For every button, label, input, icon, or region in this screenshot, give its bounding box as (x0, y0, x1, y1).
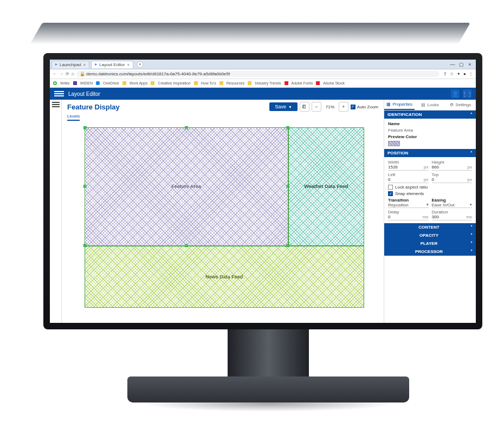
profile-icon[interactable]: ● (463, 72, 466, 76)
resize-handle[interactable] (286, 126, 289, 129)
section-player-header[interactable]: PLAYER ˅ (384, 239, 476, 248)
user-icon[interactable]: 👤 (451, 89, 460, 98)
region-label: Weather Data Feed (304, 184, 348, 189)
zoom-in-button[interactable]: + (339, 102, 348, 112)
new-tab-button[interactable]: + (137, 61, 143, 68)
region-feature[interactable]: Feature Area (85, 127, 288, 245)
bookmark-adobestock[interactable]: Adobe Stock (323, 81, 345, 85)
gear-icon: ⚙ (450, 102, 454, 107)
checkbox-label: Lock aspect ratio (395, 185, 428, 190)
extensions-icon[interactable]: ✦ (457, 72, 461, 76)
bookmark-icon (73, 81, 77, 85)
monitor-base (127, 376, 409, 402)
close-icon[interactable]: × (83, 62, 86, 67)
forward-icon[interactable]: → (59, 72, 63, 76)
back-icon[interactable]: ← (53, 72, 57, 76)
section-title: PLAYER (421, 241, 438, 246)
height-label: Height (432, 160, 473, 165)
easing-select[interactable]: Ease In/Out▾ (432, 203, 473, 208)
close-icon[interactable]: × (127, 62, 130, 67)
page-title: Feature Display (67, 103, 120, 111)
list-icon[interactable] (52, 102, 60, 108)
transition-label: Transition (388, 198, 429, 203)
width-label: Width (388, 160, 429, 165)
transition-select[interactable]: Reposition▾ (388, 203, 429, 208)
resize-handle[interactable] (185, 244, 188, 247)
auto-zoom-toggle[interactable]: ✓ Auto Zoom (351, 105, 378, 109)
hamburger-icon[interactable] (54, 89, 64, 98)
section-position-body: Width 1528 px Height 860 px (384, 157, 476, 223)
checkbox-icon (388, 185, 393, 190)
chevron-down-icon: ˅ (470, 241, 473, 246)
left-input[interactable]: 0 px (388, 177, 429, 183)
preview-color-swatch[interactable] (388, 141, 400, 146)
properties-icon: ▦ (386, 102, 391, 107)
home-icon[interactable]: ⌂ (72, 72, 74, 76)
height-input[interactable]: 860 px (432, 165, 473, 171)
delay-input[interactable]: 0 ms (388, 215, 429, 220)
reload-icon[interactable]: ⟳ (66, 72, 69, 76)
lock-icon: 🔒 (80, 72, 85, 76)
resize-handle[interactable] (185, 126, 188, 129)
section-identification-header[interactable]: IDENTIFICATION ˄ (384, 111, 476, 119)
menu-icon[interactable]: ⋮ (469, 72, 473, 76)
save-button[interactable]: Save ▼ (269, 102, 297, 111)
section-position-header[interactable]: POSITION ˄ (384, 149, 476, 157)
subtab-levels[interactable]: Levels (67, 114, 80, 121)
zoom-out-button[interactable]: − (312, 102, 321, 112)
bookmark-trends[interactable]: Industry Trends (255, 81, 281, 85)
chevron-down-icon: ˅ (470, 249, 473, 254)
duration-input[interactable]: 300 ms (432, 215, 473, 220)
tab-properties[interactable]: ▦ Properties (384, 100, 415, 110)
region-news[interactable]: News Data Feed (85, 246, 365, 308)
left-rail (50, 100, 62, 323)
section-title: CONTENT (418, 225, 440, 230)
section-opacity-header[interactable]: OPACITY ˅ (384, 231, 476, 239)
bookmark-creative[interactable]: Creative Inspiration (158, 81, 190, 85)
browser-actions: ⇪ ☆ ✦ ● ⋮ (442, 72, 473, 76)
resize-handle[interactable] (83, 126, 87, 129)
calendar-icon[interactable]: 🗓 (300, 102, 309, 112)
close-window-icon[interactable]: × (466, 62, 474, 67)
resize-handle[interactable] (286, 244, 289, 247)
top-input[interactable]: 0 px (432, 177, 473, 183)
bookmark-icon (53, 81, 57, 85)
lock-aspect-checkbox[interactable]: Lock aspect ratio (388, 185, 472, 190)
width-input[interactable]: 1528 px (388, 165, 429, 171)
snap-elements-checkbox[interactable]: ✓ Snap elements (388, 191, 472, 196)
name-label: Name (388, 121, 472, 126)
bookmark-resources[interactable]: Resources (227, 81, 244, 85)
bookmark-widen[interactable]: WIDEN (80, 81, 93, 85)
minimize-icon[interactable]: — (449, 62, 456, 67)
checkbox-checked-icon: ✓ (388, 191, 393, 196)
share-icon[interactable]: ⇪ (443, 72, 447, 76)
section-title: POSITION (387, 151, 408, 155)
bookmark-icon (96, 81, 100, 85)
monitor-neck (228, 325, 309, 385)
top-label: Top (432, 172, 473, 177)
chevron-down-icon: ▼ (288, 105, 292, 109)
bookmark-workapps[interactable]: Work Apps (130, 81, 148, 85)
tab-looks[interactable]: ▤ Looks (415, 100, 445, 110)
resize-handle[interactable] (83, 244, 87, 247)
resize-handle[interactable] (83, 185, 87, 188)
star-icon[interactable]: ☆ (450, 72, 454, 76)
browser-tab-layout-editor[interactable]: Layout Editor × (91, 61, 133, 68)
section-content-header[interactable]: CONTENT ˅ (384, 223, 476, 231)
bookmark-wrike[interactable]: Wrike (60, 81, 70, 85)
section-title: OPACITY (419, 233, 438, 238)
layout-canvas[interactable]: News Data Feed Weather Data Feed Feature… (67, 124, 378, 317)
maximize-icon[interactable]: ▢ (457, 62, 465, 67)
resize-handle[interactable] (286, 185, 289, 188)
section-processor-header[interactable]: PROCESSOR ˅ (384, 248, 476, 256)
bookmark-onedrive[interactable]: OneDrive (103, 81, 119, 85)
region-weather[interactable]: Weather Data Feed (288, 127, 365, 245)
address-bar[interactable]: 🔒 demo.daktronics.com/layouts/edit/d8181… (76, 71, 440, 77)
tab-settings[interactable]: ⚙ Settings (445, 100, 476, 110)
bookmark-howtos[interactable]: How To's (201, 81, 216, 85)
name-value[interactable]: Feature Area (388, 128, 472, 133)
tab-label: Looks (427, 102, 438, 107)
bookmark-adobefonts[interactable]: Adobe Fonts (292, 81, 313, 85)
apps-icon[interactable]: ⋮⋮ (463, 89, 471, 98)
browser-tab-launchpad[interactable]: Launchpad × (51, 61, 89, 68)
